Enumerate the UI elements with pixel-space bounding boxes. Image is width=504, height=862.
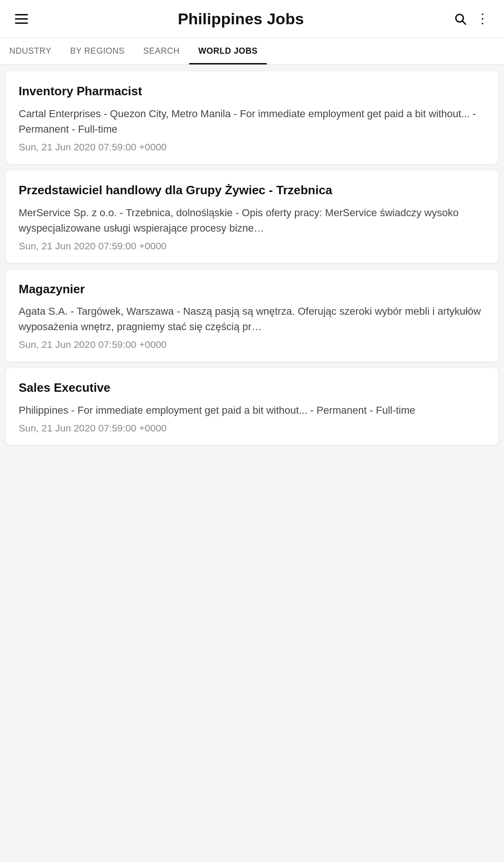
more-options-button[interactable]: ⋮ [472, 8, 493, 29]
job-card-3[interactable]: Magazynier Agata S.A. - Targówek, Warsza… [6, 269, 498, 362]
job-date-2: Sun, 21 Jun 2020 07:59:00 +0000 [19, 240, 485, 252]
job-description-2: MerService Sp. z o.o. - Trzebnica, dolno… [19, 205, 485, 236]
search-button[interactable] [450, 8, 470, 29]
search-icon [454, 12, 467, 25]
tab-industry[interactable]: NDUSTRY [0, 38, 61, 64]
job-description-3: Agata S.A. - Targówek, Warszawa - Naszą … [19, 304, 485, 334]
job-date-4: Sun, 21 Jun 2020 07:59:00 +0000 [19, 423, 485, 434]
job-title-3: Magazynier [19, 282, 485, 297]
job-card-2[interactable]: Przedstawiciel handlowy dla Grupy Żywiec… [6, 170, 498, 263]
job-date-3: Sun, 21 Jun 2020 07:59:00 +0000 [19, 339, 485, 350]
tab-world-jobs[interactable]: WORLD JOBS [189, 38, 267, 64]
hamburger-menu-button[interactable] [11, 10, 32, 28]
svg-line-1 [462, 21, 465, 24]
jobs-list: Inventory Pharmacist Cartal Enterprises … [0, 65, 504, 452]
app-header: Philippines Jobs ⋮ [0, 0, 504, 38]
job-description-1: Cartal Enterprises - Quezon City, Metro … [19, 106, 485, 137]
tab-bar: NDUSTRY BY REGIONS SEARCH WORLD JOBS [0, 38, 504, 65]
job-title-1: Inventory Pharmacist [19, 84, 485, 99]
job-card-1[interactable]: Inventory Pharmacist Cartal Enterprises … [6, 71, 498, 164]
job-date-1: Sun, 21 Jun 2020 07:59:00 +0000 [19, 141, 485, 153]
hamburger-icon [15, 14, 28, 24]
vertical-dots-icon: ⋮ [476, 12, 489, 25]
page-title: Philippines Jobs [32, 10, 450, 28]
job-title-2: Przedstawiciel handlowy dla Grupy Żywiec… [19, 183, 485, 198]
job-title-4: Sales Executive [19, 380, 485, 396]
job-description-4: Philippines - For immediate employment g… [19, 403, 485, 418]
tab-search[interactable]: SEARCH [134, 38, 189, 64]
tab-by-regions[interactable]: BY REGIONS [61, 38, 134, 64]
job-card-4[interactable]: Sales Executive Philippines - For immedi… [6, 368, 498, 445]
